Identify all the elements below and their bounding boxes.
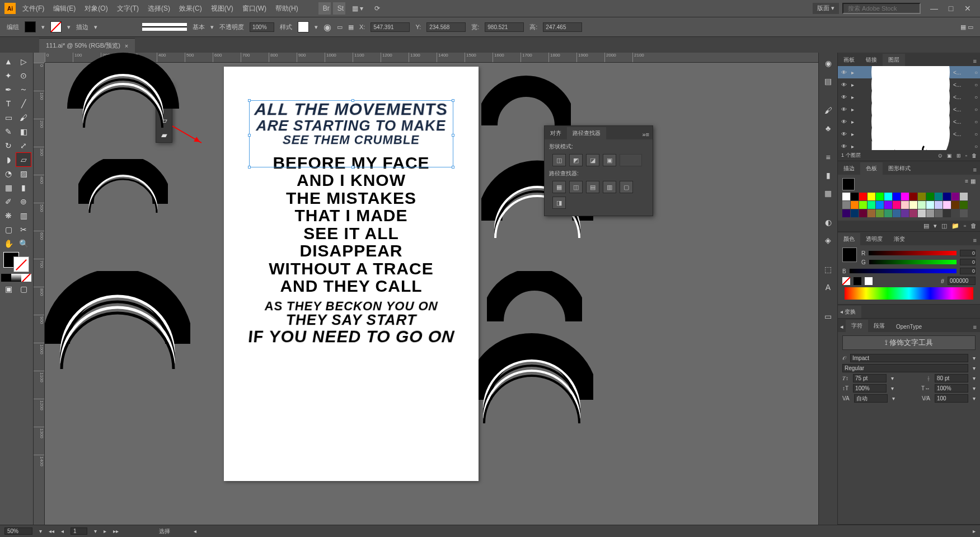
swatch[interactable] [926, 193, 934, 200]
eraser-tool[interactable]: ◧ [16, 125, 31, 138]
swatch[interactable] [943, 209, 951, 217]
kerning-input[interactable] [854, 394, 888, 403]
exclude-button[interactable]: ▣ [603, 154, 616, 166]
menu-效果(C)[interactable]: 效果(C) [175, 2, 207, 16]
tab-gradient[interactable]: 渐变 [888, 233, 911, 245]
swatch[interactable] [943, 193, 951, 200]
artboard-prev-one-icon[interactable]: ◂ [61, 528, 64, 534]
close-button[interactable]: ✕ [960, 3, 976, 14]
g-input[interactable] [960, 259, 976, 265]
tab-character[interactable]: 字符 [846, 320, 868, 332]
swatch-kind-icon[interactable]: ▾ [934, 222, 937, 230]
swatch[interactable] [909, 201, 917, 209]
swatch[interactable] [851, 201, 859, 209]
dock-color-icon[interactable]: ◉ [822, 57, 834, 69]
intersect-button[interactable]: ◪ [586, 154, 599, 166]
dock-stroke-icon[interactable]: ≡ [822, 151, 834, 164]
artwork-arc[interactable] [45, 271, 190, 394]
tab-pathfinder[interactable]: 路径查找器 [567, 127, 606, 139]
dock-graphic-styles-icon[interactable]: ◈ [822, 234, 834, 246]
merge-button[interactable]: ▤ [586, 181, 599, 193]
w-input[interactable] [485, 22, 524, 32]
menu-窗口(W)[interactable]: 窗口(W) [238, 2, 271, 16]
swatch[interactable] [960, 201, 968, 209]
locate-object-icon[interactable]: ⊙ [938, 153, 943, 158]
artboard-next-one-icon[interactable]: ▸ [104, 528, 106, 534]
artboard-tool[interactable]: ▢ [1, 223, 16, 236]
b-input[interactable] [960, 268, 976, 274]
stock-icon[interactable]: St [333, 2, 345, 15]
swatch[interactable] [935, 193, 943, 200]
hscale-input[interactable] [935, 384, 968, 393]
hex-input[interactable] [948, 277, 976, 285]
dock-appearance-icon[interactable]: ◐ [822, 216, 834, 228]
swatch[interactable] [909, 209, 917, 217]
magic-wand-tool[interactable]: ✦ [1, 69, 16, 82]
visibility-icon[interactable]: 👁 [840, 143, 848, 150]
leading-input[interactable] [935, 374, 968, 382]
menu-选择(S)[interactable]: 选择(S) [143, 2, 175, 16]
h-input[interactable] [543, 22, 582, 32]
tracking-input[interactable] [935, 394, 968, 403]
panel-menu-icon[interactable]: ≡ [970, 56, 980, 66]
swatch[interactable] [918, 193, 926, 200]
maximize-button[interactable]: □ [943, 3, 959, 14]
color-mode-switcher[interactable] [1, 274, 31, 282]
swatch[interactable] [842, 209, 850, 217]
swatch[interactable] [926, 201, 934, 209]
panel-menu-icon[interactable]: ≡ [970, 235, 980, 245]
pencil-tool[interactable]: ✎ [1, 125, 16, 138]
type-tool[interactable]: T [1, 97, 16, 110]
vscale-input[interactable] [853, 384, 887, 393]
swatch[interactable] [960, 209, 968, 217]
visibility-icon[interactable]: 👁 [840, 119, 848, 125]
swatch[interactable] [960, 193, 968, 200]
selection-tool[interactable]: ▲ [1, 55, 16, 68]
font-size-input[interactable] [853, 374, 887, 382]
swatch[interactable] [876, 193, 884, 200]
color-spectrum[interactable] [845, 287, 973, 300]
swatch-view-list-icon[interactable]: ≡ [965, 178, 968, 190]
width-tool[interactable]: ◗ [1, 153, 16, 166]
stroke-swatch[interactable] [50, 21, 62, 32]
swatch[interactable] [926, 209, 934, 217]
minus-back-button[interactable]: ◨ [552, 197, 566, 209]
minimize-button[interactable]: — [926, 3, 942, 14]
swatch[interactable] [884, 209, 892, 217]
screen-mode-toggle[interactable]: ▢ [16, 282, 31, 296]
swatch[interactable] [851, 209, 859, 217]
eyedropper-tool[interactable]: ✐ [1, 195, 16, 208]
make-clipping-mask-icon[interactable]: ▣ [947, 153, 952, 158]
new-swatch-icon[interactable]: ▫ [964, 222, 966, 230]
recolor-icon[interactable]: ◉ [323, 22, 331, 32]
new-color-group-icon[interactable]: 📁 [951, 222, 959, 230]
swatch[interactable] [868, 209, 875, 217]
artboard-prev-icon[interactable]: ◂◂ [49, 528, 54, 534]
swatch[interactable] [868, 201, 875, 209]
perspective-tool[interactable]: ▨ [16, 167, 31, 180]
swatch[interactable] [918, 201, 926, 209]
document-tab[interactable]: 111.ai* @ 50% (RGB/预览) × [39, 38, 135, 53]
delete-layer-icon[interactable]: 🗑 [972, 153, 977, 158]
menu-视图(V)[interactable]: 视图(V) [207, 2, 238, 16]
menu-帮助(H)[interactable]: 帮助(H) [271, 2, 303, 16]
opacity-input[interactable] [250, 22, 274, 32]
tab-opentype[interactable]: OpenType [890, 321, 927, 332]
swatch[interactable] [842, 193, 850, 200]
crop-button[interactable]: ▥ [603, 181, 616, 193]
sync-icon[interactable]: ⟳ [370, 2, 385, 15]
unite-button[interactable]: ◫ [552, 154, 566, 166]
trim-button[interactable]: ◫ [569, 181, 583, 193]
swatch[interactable] [893, 193, 901, 200]
artboard[interactable]: ALL THE MOVEMENTS ARE STARTING TO MAKE S… [224, 67, 479, 481]
tab-links[interactable]: 链接 [860, 54, 883, 66]
swatch[interactable] [935, 209, 943, 217]
menu-对象(O)[interactable]: 对象(O) [80, 2, 112, 16]
hand-tool[interactable]: ✋ [1, 237, 16, 250]
dock-brushes-icon[interactable]: 🖌 [822, 104, 834, 116]
fill-swatch[interactable] [25, 21, 36, 32]
font-style-input[interactable] [842, 364, 968, 372]
tab-stroke[interactable]: 描边 [838, 162, 860, 175]
swatch[interactable] [842, 201, 850, 209]
artboard-next-icon[interactable]: ▸▸ [113, 528, 119, 534]
